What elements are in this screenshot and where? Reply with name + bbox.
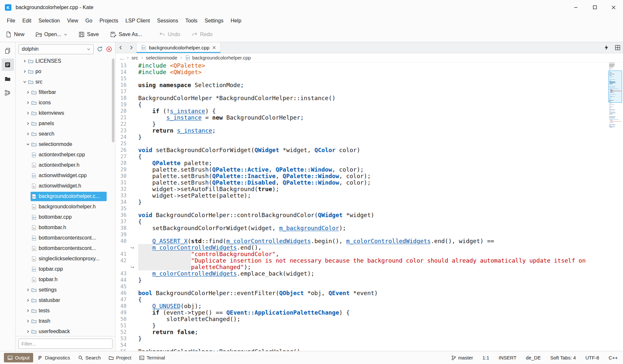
tree-item-search[interactable]: search <box>16 129 115 139</box>
filesystem-tool-button[interactable] <box>2 72 14 85</box>
chevron-right-icon[interactable] <box>25 330 31 333</box>
menu-selection[interactable]: Selection <box>35 16 63 26</box>
minimap-viewport[interactable] <box>608 71 622 103</box>
chevron-right-icon[interactable] <box>25 122 31 125</box>
chevron-down-icon[interactable] <box>25 142 31 146</box>
minimize-button[interactable] <box>566 0 585 15</box>
h-file-icon: h <box>31 256 37 262</box>
tree-item-po[interactable]: po <box>16 66 115 77</box>
save-button[interactable]: Save <box>78 31 99 38</box>
tree-item-panels[interactable]: panels <box>16 118 115 129</box>
menu-go[interactable]: Go <box>82 16 96 26</box>
indent-mode[interactable]: Soft Tabs: 4 <box>550 355 576 360</box>
gutter-space <box>126 238 138 244</box>
redo-button[interactable]: Redo <box>191 31 212 38</box>
tree-item-licenses[interactable]: LICENSES <box>16 56 115 66</box>
tree-item-settings[interactable]: settings <box>16 285 115 295</box>
tree-item-bottombarcontentscont[interactable]: hbottombarcontentscont... <box>16 243 115 254</box>
chevron-right-icon[interactable] <box>25 319 31 323</box>
open-button[interactable]: Open... <box>35 31 67 38</box>
wrap-indicator-icon: ↪ <box>126 244 138 251</box>
chevron-right-icon[interactable] <box>25 132 31 136</box>
breadcrumb-item-ellipsis[interactable]: ... <box>120 55 124 60</box>
cpp-file-icon: C+ <box>185 55 191 60</box>
cursor-position[interactable]: 1:1 <box>483 355 489 360</box>
panel-search-button[interactable]: Search <box>74 353 105 362</box>
tree-item-topbar-cpp[interactable]: C+topbar.cpp <box>16 264 115 274</box>
tree-item-filterbar[interactable]: filterbar <box>16 87 115 98</box>
chevron-right-icon[interactable] <box>25 298 31 302</box>
git-branch-indicator[interactable]: master <box>451 355 473 360</box>
input-mode[interactable]: INSERT <box>499 355 517 360</box>
code-editor[interactable]: 13#include <QPalette>14#include <QWidget… <box>115 62 623 351</box>
menu-settings[interactable]: Settings <box>201 16 227 26</box>
project-reload-button[interactable] <box>97 46 103 52</box>
undo-button[interactable]: Undo <box>159 31 180 38</box>
menu-projects[interactable]: Projects <box>96 16 122 26</box>
projects-icon <box>4 61 11 68</box>
filter-input[interactable] <box>18 339 113 349</box>
panel-output-button[interactable]: Output <box>4 353 33 362</box>
chevron-right-icon[interactable] <box>25 101 31 105</box>
tree-item-trash[interactable]: trash <box>16 316 115 326</box>
panel-diagnostics-button[interactable]: Diagnostics <box>34 353 74 362</box>
tab-next-button[interactable] <box>126 42 136 53</box>
tree-item-kitemviews[interactable]: kitemviews <box>16 108 115 118</box>
chevron-right-icon[interactable] <box>25 288 31 292</box>
breadcrumb-item-selectionmode[interactable]: selectionmode <box>146 55 178 60</box>
tree-item-tests[interactable]: tests <box>16 306 115 316</box>
save-as-button[interactable]: Save As... <box>110 31 142 38</box>
new-button[interactable]: New <box>5 31 24 38</box>
tree-item-singleclickselectionproxy[interactable]: hsingleclickselectionproxy... <box>16 254 115 264</box>
tree-item-backgroundcolorhelper-h[interactable]: hbackgroundcolorhelper.h <box>16 202 115 212</box>
chevron-right-icon[interactable] <box>22 70 27 73</box>
tree-item-actionwithwidget-h[interactable]: hactionwithwidget.h <box>16 181 115 191</box>
menu-help[interactable]: Help <box>227 16 245 26</box>
panel-terminal-button[interactable]: Terminal <box>136 353 169 362</box>
panel-project-button[interactable]: Project <box>105 353 135 362</box>
project-close-button[interactable] <box>106 46 112 52</box>
tree-item-icons[interactable]: icons <box>16 98 115 108</box>
chevron-down-icon[interactable] <box>22 80 27 84</box>
encoding[interactable]: UTF-8 <box>585 355 599 360</box>
breadcrumb-item-backgroundcolorhelper-cpp[interactable]: C+backgroundcolorhelper.cpp <box>185 55 251 60</box>
project-selector[interactable]: dolphin <box>19 44 94 54</box>
symbols-tool-button[interactable] <box>2 86 14 99</box>
tree-item-bottombarcontentscont[interactable]: C+bottombarcontentscont... <box>16 233 115 243</box>
tree-item-backgroundcolorhelper-c[interactable]: C+backgroundcolorhelper.c... <box>16 191 115 202</box>
chevron-right-icon[interactable] <box>25 90 31 94</box>
tree-item-actiontexthelper-cpp[interactable]: C+actiontexthelper.cpp <box>16 150 115 160</box>
chevron-right-icon[interactable] <box>25 111 31 115</box>
tree-item-userfeedback[interactable]: userfeedback <box>16 326 115 336</box>
tree-scrollbar[interactable] <box>112 58 114 142</box>
tree-item-bottombar-h[interactable]: hbottombar.h <box>16 222 115 233</box>
quick-open-button[interactable] <box>601 42 612 53</box>
tree-item-topbar-h[interactable]: htopbar.h <box>16 274 115 285</box>
minimap[interactable] <box>608 62 622 351</box>
chevron-right-icon[interactable] <box>25 309 31 313</box>
tab-backgroundcolorhelper-cpp[interactable]: C+ backgroundcolorhelper.cpp <box>136 42 221 53</box>
tree-item-actiontexthelper-h[interactable]: hactiontexthelper.h <box>16 160 115 170</box>
documents-tool-button[interactable] <box>2 45 14 57</box>
menu-file[interactable]: File <box>3 16 19 26</box>
tree-item-actionwithwidget-cpp[interactable]: C+actionwithwidget.cpp <box>16 170 115 181</box>
close-button[interactable] <box>604 0 623 15</box>
maximize-button[interactable] <box>585 0 604 15</box>
tree-item-selectionmode[interactable]: selectionmode <box>16 139 115 150</box>
chevron-right-icon[interactable] <box>22 59 27 63</box>
tree-item-bottombar-cpp[interactable]: C+bottombar.cpp <box>16 212 115 222</box>
tab-close-icon[interactable] <box>212 46 216 50</box>
dictionary[interactable]: de_DE <box>526 355 541 360</box>
menu-tools[interactable]: Tools <box>182 16 201 26</box>
split-view-button[interactable] <box>612 42 623 53</box>
tree-item-src[interactable]: src <box>16 77 115 87</box>
menu-edit[interactable]: Edit <box>19 16 35 26</box>
menu-sessions[interactable]: Sessions <box>153 16 182 26</box>
projects-tool-button[interactable] <box>2 58 14 71</box>
tree-item-statusbar[interactable]: statusbar <box>16 295 115 306</box>
highlight-mode[interactable]: C++ <box>609 355 618 360</box>
menu-lsp-client[interactable]: LSP Client <box>122 16 153 26</box>
tab-prev-button[interactable] <box>115 42 126 53</box>
breadcrumb-item-src[interactable]: src <box>132 55 138 60</box>
menu-view[interactable]: View <box>63 16 82 26</box>
